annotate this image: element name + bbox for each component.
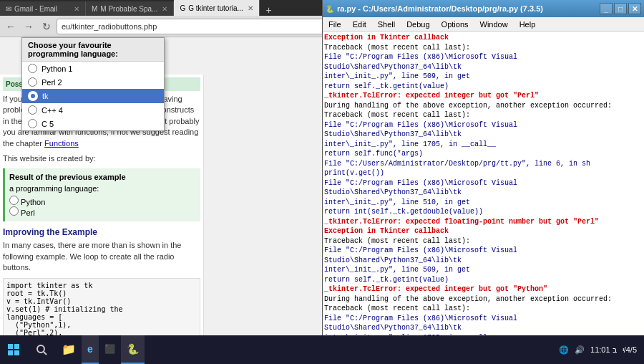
taskbar-right: 🌐 🔊 11:01 ‎ב ‏4/5/י [557, 345, 644, 355]
menu-options[interactable]: Options [436, 17, 474, 31]
shell-line: inter\_init_.py", line 509, in get [324, 265, 643, 275]
menu-file[interactable]: File [323, 17, 347, 31]
svg-rect-3 [14, 350, 19, 355]
radio-perl2[interactable] [28, 77, 37, 87]
dropdown-option-cpp4[interactable]: C++ 4 [22, 103, 164, 117]
shell-maximize-button[interactable]: □ [614, 3, 627, 14]
menu-shell[interactable]: Shell [372, 17, 401, 31]
shell-line: File "C:/Users/Administrator/Desktop/prg… [324, 159, 643, 169]
shell-line: During handling of the above exception, … [324, 294, 643, 305]
code-line-9: ("Python",1), [6, 321, 197, 329]
shell-line: return self.func(*args) [324, 149, 643, 159]
code-line-6: v.set(1) # initializing the [6, 305, 197, 313]
forward-button[interactable]: → [21, 19, 36, 34]
code-block: import tkinter as tk root = tk.Tk() v = … [3, 278, 200, 335]
dropdown-option-perl2[interactable]: Perl 2 [22, 75, 164, 89]
date: ‏4/5/י [623, 345, 637, 355]
code-line-10: ("Perl",2), [6, 329, 197, 335]
taskbar-python[interactable]: 🐍 [121, 335, 145, 364]
close-tab-probable[interactable]: ✕ [157, 5, 167, 13]
menu-edit[interactable]: Edit [347, 17, 372, 31]
taskbar-left: 📁 e ⬛ 🐍 [0, 335, 145, 364]
python-radio[interactable] [9, 196, 19, 205]
dropdown-option-c5[interactable]: C 5 [22, 117, 164, 130]
shell-line: Traceback (most recent call last): [324, 304, 643, 314]
close-tab-gmail[interactable]: ✕ [69, 5, 79, 13]
shell-line: inter\_init_.py", line 1705, in __call__ [324, 140, 643, 150]
svg-rect-0 [8, 344, 13, 349]
dropdown-title: Choose your favourite programming langua… [22, 38, 164, 62]
svg-rect-1 [14, 344, 19, 349]
python-radio-label[interactable]: Python [9, 198, 45, 206]
shell-line: inter\_init_.py", line 510, in get [324, 198, 643, 208]
windows-icon [7, 343, 20, 356]
section-title: Improving the Example [3, 227, 200, 237]
radio-python1[interactable] [28, 64, 37, 73]
dropdown-option-python1[interactable]: Python 1 [22, 62, 164, 75]
shell-line: File "C:/Program Files (x86)\Microsoft V… [324, 52, 643, 72]
taskbar-file-explorer[interactable]: 📁 [56, 335, 82, 364]
shell-line: print(v.get()) [324, 168, 643, 178]
code-line-1: import tkinter as tk [6, 282, 197, 289]
taskbar-taskview[interactable]: ⬛ [99, 335, 121, 364]
shell-line: File "C:/Program Files (x86)\Microsoft V… [324, 314, 643, 333]
start-button[interactable] [0, 335, 27, 364]
tab-tkinter[interactable]: G G tkinter tutoria... ✕ [174, 0, 260, 16]
shell-line: File "C:/Program Files (x86)\Microsoft V… [324, 246, 643, 265]
network-icon: 🌐 [559, 345, 569, 355]
edge-icon: e [87, 343, 93, 355]
taskbar-apps: 📁 e ⬛ 🐍 [56, 335, 145, 364]
shell-line: _tkinter.TclError: expected floating-poi… [324, 217, 643, 227]
taskbar-edge[interactable]: e [82, 335, 99, 364]
shell-close-button[interactable]: ✕ [628, 3, 641, 14]
section-text: In many cases, there are more than is sh… [3, 240, 200, 273]
shell-line: return self._tk.getint(value) [324, 82, 643, 92]
python-icon: 🐍 [127, 343, 139, 355]
shell-line: File "C:/Program Files (x86)\Microsoft V… [324, 178, 643, 198]
perl-radio-label[interactable]: Perl [9, 209, 35, 217]
tab-gmail[interactable]: ✉ Gmail - Email ✕ [0, 1, 86, 16]
new-tab-button[interactable]: + [260, 4, 277, 16]
back-button[interactable]: ← [3, 19, 19, 34]
shell-line: File "C:/Program Files (x86)\Microsoft V… [324, 120, 643, 140]
shell-line: During handling of the above exception, … [324, 101, 643, 111]
dropdown-popup: Choose your favourite programming langua… [21, 37, 165, 131]
dropdown-option-java3[interactable]: tk [22, 89, 164, 103]
shell-icon: 🐍 [326, 5, 334, 13]
shell-line: _tkinter.TclError: expected integer but … [324, 91, 643, 101]
shell-line: return int(self._tk.getdouble(value)) [324, 207, 643, 217]
shell-line: Traceback (most recent call last): [324, 236, 643, 246]
shell-line: Exception in Tkinter callback [324, 33, 643, 43]
code-line-5: v = tk.IntVar() [6, 297, 197, 305]
perl-radio[interactable] [9, 206, 19, 216]
svg-rect-2 [8, 350, 13, 355]
shell-line: Exception in Tkinter callback [324, 226, 643, 236]
menu-window[interactable]: Window [474, 17, 514, 31]
shell-minimize-button[interactable]: _ [600, 3, 613, 14]
clock: 11:01 ‎ב [590, 345, 617, 355]
radio-cpp4[interactable] [28, 105, 37, 115]
shell-titlebar: 🐍 ra.py - C:/Users/Administrator/Desktop… [323, 0, 644, 17]
refresh-button[interactable]: ↻ [39, 19, 54, 34]
shell-line: Traceback (most recent call last): [324, 43, 643, 53]
result-box: Result of the previous example a program… [3, 168, 200, 221]
shell-line: inter\_init_.py", line 509, in get [324, 72, 643, 82]
tkinter-icon: G [180, 4, 185, 12]
shell-menubar: File Edit Shell Debug Options Window Hel… [323, 17, 644, 32]
close-tab-tkinter[interactable]: ✕ [243, 4, 253, 12]
shell-line: _tkinter.TclError: expected integer but … [324, 284, 643, 294]
radio-c5[interactable] [28, 119, 37, 128]
menu-help[interactable]: Help [514, 17, 542, 31]
search-button[interactable] [29, 335, 54, 364]
tab-probable[interactable]: M M Probable Spa... ✕ [86, 1, 174, 16]
created-by: This website is created by: [3, 153, 200, 164]
code-line-3: root = tk.Tk() [6, 289, 197, 297]
shell-line: return self._tk.getint(value) [324, 275, 643, 285]
search-icon [36, 344, 47, 355]
probable-icon: M [92, 5, 97, 13]
shell-content[interactable]: Exception in Tkinter callback Traceback … [323, 32, 644, 335]
functions-link[interactable]: Functions [44, 139, 79, 148]
menu-debug[interactable]: Debug [401, 17, 435, 31]
taskbar: 📁 e ⬛ 🐍 🌐 🔊 11:01 ‎ב ‏4/5/י [0, 335, 644, 364]
svg-line-5 [44, 352, 47, 355]
